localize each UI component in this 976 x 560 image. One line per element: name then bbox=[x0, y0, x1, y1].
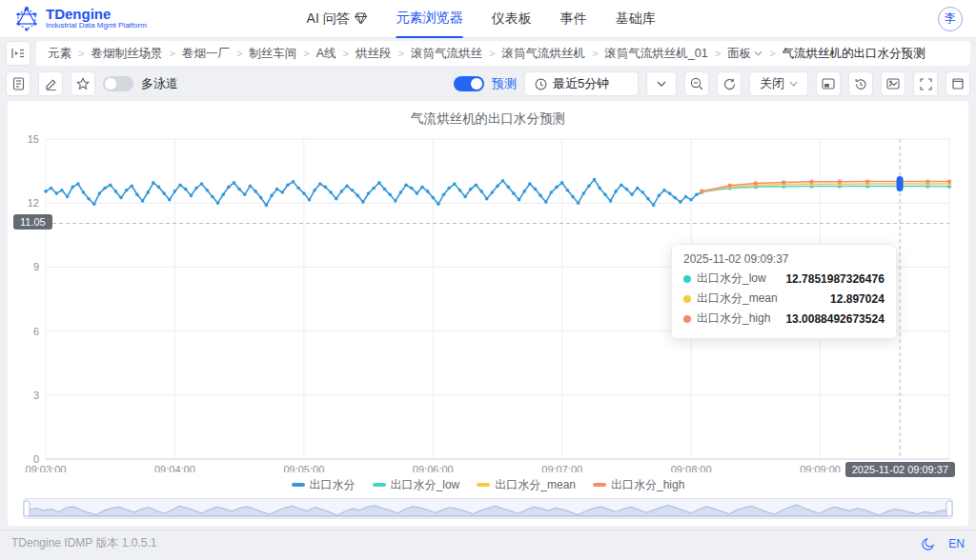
chart-legend: 出口水分出口水分_low出口水分_mean出口水分_high bbox=[8, 476, 968, 493]
datazoom-slider[interactable] bbox=[23, 498, 953, 523]
moon-icon[interactable] bbox=[922, 537, 935, 550]
breadcrumb-row: 元素>卷烟制丝场景>卷烟一厂>制丝车间>A线>烘丝段>滚筒气流烘丝>滚筒气流烘丝… bbox=[0, 38, 976, 69]
tooltip-row: 出口水分_mean 12.897024 bbox=[683, 290, 884, 307]
export-image-button[interactable] bbox=[881, 71, 905, 96]
language-switch[interactable]: EN bbox=[948, 537, 965, 550]
time-range-value: 最近5分钟 bbox=[553, 75, 609, 92]
breadcrumb-item[interactable]: A线 bbox=[316, 46, 336, 62]
edit-button[interactable] bbox=[38, 71, 63, 96]
close-dropdown-button[interactable]: 关闭 bbox=[749, 71, 808, 96]
favorite-button[interactable] bbox=[71, 71, 95, 96]
magnifier-minus-icon bbox=[690, 77, 703, 90]
series-dot-icon bbox=[683, 315, 691, 323]
chart-tooltip: 2025-11-02 09:09:37 出口水分_low 12.78519873… bbox=[671, 244, 897, 339]
expand-tree-button[interactable] bbox=[6, 41, 30, 66]
breadcrumb-separator: > bbox=[592, 48, 598, 59]
main-nav: AI 问答 元素浏览器 仪表板 事件 基础库 bbox=[307, 0, 656, 38]
swimlane-label: 多泳道 bbox=[141, 75, 178, 92]
notes-button[interactable] bbox=[6, 71, 30, 96]
chevron-down-icon bbox=[754, 50, 762, 56]
legend-item[interactable]: 出口水分 bbox=[292, 477, 356, 493]
svg-text:09:08:00: 09:08:00 bbox=[671, 464, 712, 472]
datazoom-svg bbox=[23, 498, 953, 519]
datazoom-handle-left bbox=[24, 501, 30, 516]
chart-toolbar: 多泳道 预测 最近5分钟 关闭 bbox=[0, 69, 976, 99]
series-dot-icon bbox=[683, 295, 691, 303]
breadcrumb-item[interactable]: 元素 bbox=[48, 46, 71, 62]
fullscreen-icon bbox=[920, 78, 932, 90]
nav-ai-qa[interactable]: AI 问答 bbox=[307, 0, 368, 38]
svg-text:09:05:00: 09:05:00 bbox=[283, 464, 324, 472]
breadcrumb-separator: > bbox=[343, 48, 349, 59]
breadcrumb: 元素>卷烟制丝场景>卷烟一厂>制丝车间>A线>烘丝段>滚筒气流烘丝>滚筒气流烘丝… bbox=[36, 41, 970, 66]
clipboard-icon bbox=[12, 77, 25, 90]
legend-item[interactable]: 出口水分_low bbox=[373, 477, 460, 493]
breadcrumb-item[interactable]: 卷烟一厂 bbox=[182, 46, 230, 62]
close-label: 关闭 bbox=[760, 75, 784, 92]
tooltip-row: 出口水分_high 13.0088492673524 bbox=[683, 310, 884, 327]
chart-title: 气流烘丝机的出口水分预测 bbox=[8, 109, 968, 131]
breadcrumb-item[interactable]: 气流烘丝机的出口水分预测 bbox=[783, 46, 925, 62]
breadcrumb-separator: > bbox=[769, 48, 775, 59]
svg-text:09:04:00: 09:04:00 bbox=[154, 464, 195, 472]
breadcrumb-separator: > bbox=[489, 48, 495, 59]
export-image-icon bbox=[886, 78, 900, 90]
legend-dash-icon bbox=[373, 483, 386, 487]
legend-item[interactable]: 出口水分_mean bbox=[477, 477, 576, 493]
legend-dash-icon bbox=[593, 483, 606, 487]
breadcrumb-item[interactable]: 滚筒气流烘丝 bbox=[411, 46, 482, 62]
refresh-icon bbox=[723, 78, 736, 90]
predict-toggle[interactable] bbox=[454, 76, 484, 91]
crosshair-x-label: 2025-11-02 09:09:37 bbox=[845, 462, 955, 477]
breadcrumb-item[interactable]: 面板 bbox=[727, 46, 762, 62]
tooltip-row: 出口水分_low 12.7851987326476 bbox=[683, 270, 884, 287]
pip-icon bbox=[822, 78, 835, 90]
chevron-down-icon bbox=[789, 81, 798, 87]
breadcrumb-separator: > bbox=[78, 48, 84, 59]
legend-dash-icon bbox=[477, 483, 490, 487]
pip-view-button[interactable] bbox=[816, 71, 841, 96]
pencil-icon bbox=[45, 78, 57, 90]
legend-item[interactable]: 出口水分_high bbox=[593, 477, 684, 493]
zoom-out-button[interactable] bbox=[684, 71, 709, 96]
breadcrumb-item[interactable]: 卷烟制丝场景 bbox=[91, 46, 162, 62]
square-icon bbox=[952, 78, 964, 90]
time-range-dropdown-button[interactable] bbox=[646, 71, 677, 96]
clock-icon bbox=[535, 78, 547, 90]
nav-base-library[interactable]: 基础库 bbox=[616, 0, 656, 38]
panel-expand-icon bbox=[11, 48, 25, 59]
breadcrumb-separator: > bbox=[303, 48, 309, 59]
brand-logo[interactable]: TDengine Industrial Data Mgmt Platform bbox=[13, 6, 147, 32]
app-footer: TDengine IDMP 版本 1.0.5.1 EN bbox=[0, 530, 976, 556]
nav-element-browser[interactable]: 元素浏览器 bbox=[396, 0, 463, 38]
gem-icon bbox=[355, 12, 368, 25]
time-range-select[interactable]: 最近5分钟 bbox=[524, 71, 639, 96]
svg-text:9: 9 bbox=[33, 261, 39, 272]
predict-label: 预测 bbox=[492, 75, 517, 92]
breadcrumb-item[interactable]: 制丝车间 bbox=[249, 46, 296, 62]
window-button[interactable] bbox=[946, 71, 970, 96]
breadcrumb-item[interactable]: 烘丝段 bbox=[356, 46, 392, 62]
app-header: TDengine Industrial Data Mgmt Platform A… bbox=[0, 0, 976, 38]
chart-plot-area[interactable]: 0369121509:03:0009:04:0009:05:0009:06:00… bbox=[11, 131, 965, 476]
refresh-button[interactable] bbox=[717, 71, 742, 96]
nav-dashboard[interactable]: 仪表板 bbox=[492, 0, 532, 38]
svg-text:3: 3 bbox=[33, 390, 39, 401]
svg-text:12: 12 bbox=[28, 197, 39, 209]
highlight-marker bbox=[897, 176, 904, 191]
svg-text:15: 15 bbox=[28, 133, 39, 145]
breadcrumb-item[interactable]: 滚筒气流烘丝机 bbox=[501, 46, 585, 62]
brand-name: TDengine bbox=[46, 7, 147, 21]
history-button[interactable] bbox=[848, 71, 873, 96]
fullscreen-button[interactable] bbox=[913, 71, 938, 96]
nav-events[interactable]: 事件 bbox=[560, 0, 587, 38]
version-text: TDengine IDMP 版本 1.0.5.1 bbox=[11, 535, 157, 551]
user-avatar[interactable]: 李 bbox=[938, 7, 963, 31]
svg-text:09:03:00: 09:03:00 bbox=[26, 464, 67, 472]
breadcrumb-separator: > bbox=[398, 48, 404, 59]
swimlane-toggle[interactable] bbox=[103, 76, 133, 91]
chevron-down-icon bbox=[657, 81, 666, 87]
breadcrumb-item[interactable]: 滚筒气流烘丝机_01 bbox=[604, 46, 707, 62]
svg-text:6: 6 bbox=[33, 326, 39, 337]
series-dot-icon bbox=[683, 275, 691, 283]
